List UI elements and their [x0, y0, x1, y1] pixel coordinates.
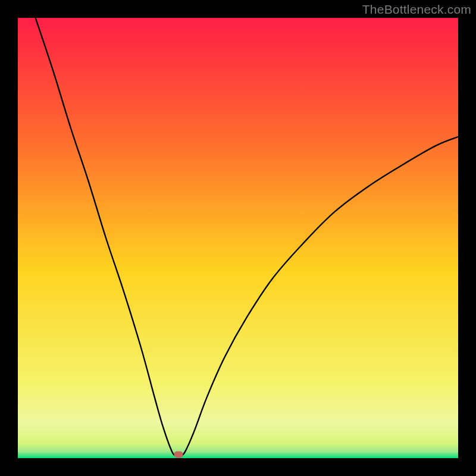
chart-frame: TheBottleneck.com	[0, 0, 476, 476]
optimum-marker	[174, 452, 183, 458]
curve-layer	[18, 18, 458, 458]
bottleneck-curve	[36, 18, 458, 456]
watermark-text: TheBottleneck.com	[362, 2, 471, 17]
plot-area	[18, 18, 458, 458]
